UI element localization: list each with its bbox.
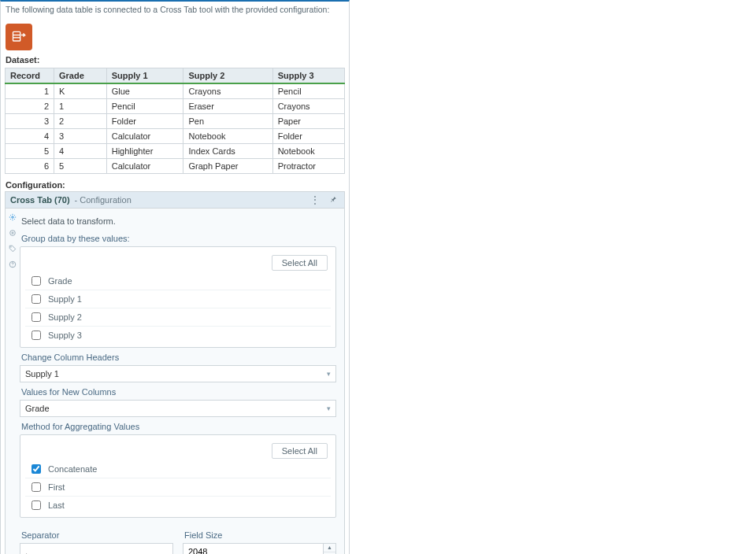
tag-icon[interactable] xyxy=(9,245,17,253)
config-panel-header: Cross Tab (70) - Configuration ⋮ xyxy=(6,192,344,209)
svg-point-5 xyxy=(10,246,11,247)
checkbox[interactable] xyxy=(32,276,41,286)
table-cell: Folder xyxy=(106,114,183,129)
values-new-columns-label: Values for New Columns xyxy=(21,387,336,397)
group-by-option[interactable]: Supply 3 xyxy=(25,326,331,344)
separator-input[interactable] xyxy=(20,543,173,554)
pin-icon[interactable] xyxy=(327,194,339,205)
checkbox-label: Supply 3 xyxy=(48,331,82,340)
group-by-panel: Select All GradeSupply 1Supply 2Supply 3 xyxy=(20,246,336,348)
separator-label: Separator xyxy=(21,530,173,540)
table-cell: Notebook xyxy=(183,129,272,144)
table-cell: Crayons xyxy=(272,99,344,114)
group-by-option[interactable]: Supply 2 xyxy=(25,308,331,326)
checkbox-label: First xyxy=(48,482,65,492)
chevron-down-icon: ▾ xyxy=(327,404,331,412)
col-header: Supply 3 xyxy=(272,68,344,84)
table-cell: Calculator xyxy=(106,159,183,174)
table-cell: Index Cards xyxy=(183,144,272,159)
checkbox-label: Last xyxy=(48,500,65,510)
group-by-option[interactable]: Grade xyxy=(25,272,331,290)
table-cell: 6 xyxy=(6,159,54,174)
col-header: Supply 2 xyxy=(183,68,272,84)
table-cell: Eraser xyxy=(183,99,272,114)
table-cell: 1 xyxy=(6,83,54,99)
svg-point-7 xyxy=(13,266,13,267)
group-by-label: Group data by these values: xyxy=(21,234,336,243)
change-headers-label: Change Column Headers xyxy=(21,353,336,362)
checkbox[interactable] xyxy=(32,331,41,340)
values-new-columns-select[interactable]: Grade ▾ xyxy=(20,400,336,417)
kebab-menu-icon[interactable]: ⋮ xyxy=(308,194,322,205)
table-row: 32FolderPenPaper xyxy=(6,114,345,129)
table-row: 21PencilEraserCrayons xyxy=(6,99,345,114)
table-cell: Paper xyxy=(272,114,344,129)
aggregate-option[interactable]: Concatenate xyxy=(25,460,331,478)
config-tab-ribbon xyxy=(6,209,20,554)
dataset-table: Record Grade Supply 1 Supply 2 Supply 3 … xyxy=(5,68,345,174)
group-by-option[interactable]: Supply 1 xyxy=(25,290,331,308)
field-size-stepper[interactable]: ▲ ▼ xyxy=(183,543,336,554)
checkbox[interactable] xyxy=(32,294,41,304)
col-header: Supply 1 xyxy=(106,68,183,84)
table-cell: Pen xyxy=(183,114,272,129)
table-cell: 4 xyxy=(54,144,107,159)
checkbox[interactable] xyxy=(32,482,41,492)
checkbox[interactable] xyxy=(32,500,41,510)
checkbox[interactable] xyxy=(32,464,41,474)
table-cell: 2 xyxy=(6,99,54,114)
table-row: 1KGlueCrayonsPencil xyxy=(6,83,345,99)
table-row: 43CalculatorNotebookFolder xyxy=(6,129,345,144)
table-cell: 5 xyxy=(6,144,54,159)
checkbox-label: Supply 1 xyxy=(48,294,82,304)
table-cell: 3 xyxy=(6,114,54,129)
table-cell: 2 xyxy=(54,114,107,129)
plus-circle-icon[interactable] xyxy=(9,229,17,237)
table-cell: Protractor xyxy=(272,159,344,174)
gear-icon[interactable] xyxy=(9,213,17,221)
checkbox[interactable] xyxy=(32,312,41,322)
table-cell: Glue xyxy=(106,83,183,99)
table-cell: Pencil xyxy=(272,83,344,99)
field-size-input[interactable] xyxy=(183,543,324,554)
dataset-label: Dataset: xyxy=(1,54,349,66)
aggregate-panel: Select All ConcatenateFirstLast xyxy=(20,434,336,518)
table-cell: Folder xyxy=(272,129,344,144)
field-size-label: Field Size xyxy=(184,530,336,540)
table-cell: 3 xyxy=(54,129,107,144)
aggregate-method-label: Method for Aggregating Values xyxy=(21,422,336,431)
step-up-icon[interactable]: ▲ xyxy=(324,544,335,552)
table-row: 65CalculatorGraph PaperProtractor xyxy=(6,159,345,174)
table-cell: Calculator xyxy=(106,129,183,144)
table-row: 54HighlighterIndex CardsNotebook xyxy=(6,144,345,159)
config-panel-subtitle: - Configuration xyxy=(75,195,132,205)
svg-rect-0 xyxy=(13,31,20,41)
col-header: Grade xyxy=(54,68,107,84)
table-cell: K xyxy=(54,83,107,99)
intro-text: The following data table is connected to… xyxy=(1,2,349,16)
help-icon[interactable] xyxy=(9,260,17,268)
aggregate-option[interactable]: Last xyxy=(25,496,331,514)
chevron-down-icon: ▾ xyxy=(327,370,331,378)
col-header: Record xyxy=(6,68,54,84)
table-cell: 4 xyxy=(6,129,54,144)
svg-point-3 xyxy=(12,216,14,219)
values-new-columns-value: Grade xyxy=(25,404,50,413)
table-cell: Graph Paper xyxy=(183,159,272,174)
checkbox-label: Grade xyxy=(48,276,72,286)
table-cell: 1 xyxy=(54,99,107,114)
change-headers-value: Supply 1 xyxy=(25,369,59,379)
config-panel-title: Cross Tab (70) xyxy=(10,195,70,205)
checkbox-label: Supply 2 xyxy=(48,312,82,322)
change-headers-select[interactable]: Supply 1 ▾ xyxy=(20,365,336,382)
select-all-button[interactable]: Select All xyxy=(272,255,328,271)
checkbox-label: Concatenate xyxy=(48,464,97,474)
configuration-label: Configuration: xyxy=(1,179,349,191)
table-cell: Pencil xyxy=(106,99,183,114)
cross-tab-tool-icon xyxy=(6,24,32,50)
select-all-button[interactable]: Select All xyxy=(272,443,328,459)
aggregate-option[interactable]: First xyxy=(25,478,331,496)
table-cell: Crayons xyxy=(183,83,272,99)
table-cell: 5 xyxy=(54,159,107,174)
table-cell: Notebook xyxy=(272,144,344,159)
